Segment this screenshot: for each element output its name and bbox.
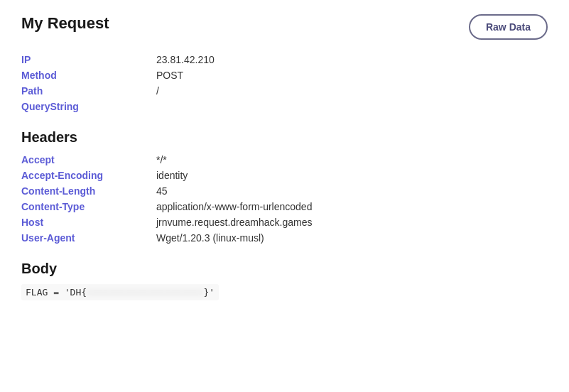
field-row-user-agent: User-Agent Wget/1.20.3 (linux-musl) (21, 232, 548, 244)
headers-section: Headers Accept */* Accept-Encoding ident… (21, 129, 548, 244)
field-row-accept-encoding: Accept-Encoding identity (21, 170, 548, 181)
label-method: Method (21, 70, 156, 81)
label-accept: Accept (21, 154, 156, 165)
value-content-length: 45 (156, 185, 168, 197)
field-row-content-length: Content-Length 45 (21, 185, 548, 197)
headers-title: Headers (21, 129, 548, 146)
label-accept-encoding: Accept-Encoding (21, 170, 156, 181)
value-content-type: application/x-www-form-urlencoded (156, 201, 312, 212)
raw-data-button[interactable]: Raw Data (469, 14, 548, 40)
field-row-querystring: QueryString (21, 101, 548, 112)
body-section: Body FLAG = 'DH{·····················}' (21, 261, 548, 298)
label-content-length: Content-Length (21, 185, 156, 197)
label-host: Host (21, 217, 156, 228)
label-user-agent: User-Agent (21, 232, 156, 244)
label-querystring: QueryString (21, 101, 156, 112)
field-row-path: Path / (21, 85, 548, 97)
value-method: POST (156, 70, 183, 81)
field-row-host: Host jrnvume.request.dreamhack.games (21, 217, 548, 228)
label-content-type: Content-Type (21, 201, 156, 212)
value-path: / (156, 85, 159, 97)
request-section: IP 23.81.42.210 Method POST Path / Query… (21, 54, 548, 112)
field-row-content-type: Content-Type application/x-www-form-urle… (21, 201, 548, 212)
label-ip: IP (21, 54, 156, 65)
flag-redacted: ····················· (87, 287, 203, 298)
value-accept: */* (156, 154, 167, 165)
value-user-agent: Wget/1.20.3 (linux-musl) (156, 232, 264, 244)
page-title: My Request (21, 14, 109, 33)
value-ip: 23.81.42.210 (156, 54, 215, 65)
body-value: FLAG = 'DH{·····················}' (21, 284, 219, 300)
field-row-accept: Accept */* (21, 154, 548, 165)
value-accept-encoding: identity (156, 170, 188, 181)
field-row-ip: IP 23.81.42.210 (21, 54, 548, 65)
field-row-method: Method POST (21, 70, 548, 81)
body-title: Body (21, 261, 548, 277)
value-host: jrnvume.request.dreamhack.games (156, 217, 312, 228)
label-path: Path (21, 85, 156, 97)
page-header: My Request Raw Data (21, 14, 548, 40)
